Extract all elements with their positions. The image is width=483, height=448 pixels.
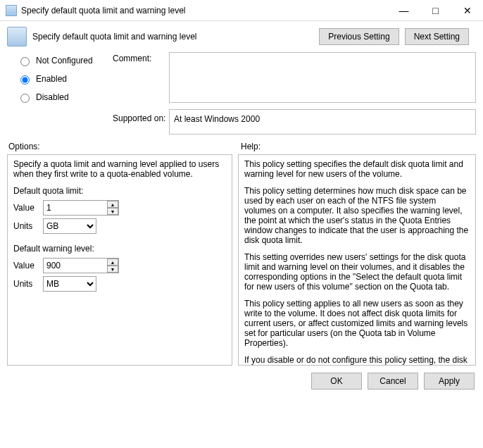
radio-not-configured-label: Not Configured (36, 56, 93, 66)
warning-value-up[interactable]: ▲ (107, 259, 118, 266)
quota-value-label: Value (13, 203, 43, 213)
default-quota-limit-label: Default quota limit: (13, 186, 226, 196)
help-p4: This policy setting applies to all new u… (244, 299, 470, 348)
options-intro: Specify a quota limit and warning level … (13, 159, 226, 179)
window-title: Specify default quota limit and warning … (21, 6, 388, 15)
supported-on-label: Supported on: (113, 109, 169, 123)
radio-disabled-input[interactable] (20, 94, 30, 103)
window-controls: — □ ✕ (388, 0, 483, 20)
dialog-footer: OK Cancel Apply (0, 366, 483, 397)
radio-enabled[interactable]: Enabled (17, 73, 103, 85)
quota-value-down[interactable]: ▼ (107, 208, 118, 215)
policy-title: Specify default quota limit and warning … (32, 32, 319, 42)
quota-units-select[interactable]: GB (43, 218, 96, 234)
minimize-button[interactable]: — (388, 0, 420, 20)
apply-button[interactable]: Apply (424, 373, 475, 390)
help-heading: Help: (241, 142, 261, 151)
state-radio-group: Not Configured Enabled Disabled (7, 52, 113, 106)
radio-enabled-label: Enabled (36, 74, 67, 84)
supported-on-text: At least Windows 2000 (169, 109, 476, 135)
quota-units-label: Units (13, 221, 43, 231)
cancel-button[interactable]: Cancel (368, 373, 418, 390)
help-p1: This policy setting specifies the defaul… (244, 159, 470, 179)
previous-setting-button[interactable]: Previous Setting (319, 28, 399, 45)
radio-disabled[interactable]: Disabled (17, 92, 103, 103)
help-p3: This setting overrides new users' settin… (244, 252, 470, 292)
radio-not-configured-input[interactable] (20, 57, 30, 66)
options-panel: Specify a quota limit and warning level … (7, 154, 232, 366)
warning-value-down[interactable]: ▼ (107, 266, 118, 273)
sub-header: Specify default quota limit and warning … (0, 21, 483, 52)
close-button[interactable]: ✕ (451, 0, 483, 20)
warning-units-label: Units (13, 279, 43, 289)
policy-icon (7, 27, 27, 46)
warning-value-label: Value (13, 261, 43, 270)
title-bar: Specify default quota limit and warning … (0, 0, 483, 21)
radio-disabled-label: Disabled (36, 92, 69, 102)
maximize-button[interactable]: □ (420, 0, 451, 20)
comment-textarea[interactable] (169, 52, 476, 103)
radio-not-configured[interactable]: Not Configured (17, 55, 103, 66)
radio-enabled-input[interactable] (20, 75, 30, 85)
warning-units-select[interactable]: MB (43, 276, 96, 292)
comment-label: Comment: (113, 52, 169, 63)
help-panel: This policy setting specifies the defaul… (238, 154, 476, 366)
ok-button[interactable]: OK (311, 373, 362, 390)
app-icon (6, 5, 17, 16)
quota-value-up[interactable]: ▲ (107, 201, 118, 208)
options-heading: Options: (8, 142, 241, 151)
next-setting-button[interactable]: Next Setting (405, 28, 469, 45)
help-p5: If you disable or do not configure this … (244, 355, 470, 366)
help-p2: This policy setting determines how much … (244, 186, 470, 245)
default-warning-level-label: Default warning level: (13, 244, 226, 254)
